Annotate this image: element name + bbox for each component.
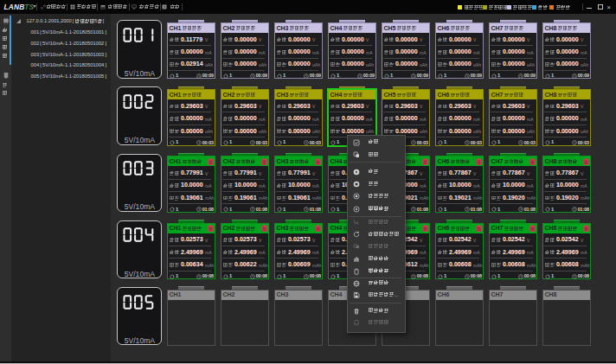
svg-text:?: ? [164, 4, 166, 9]
